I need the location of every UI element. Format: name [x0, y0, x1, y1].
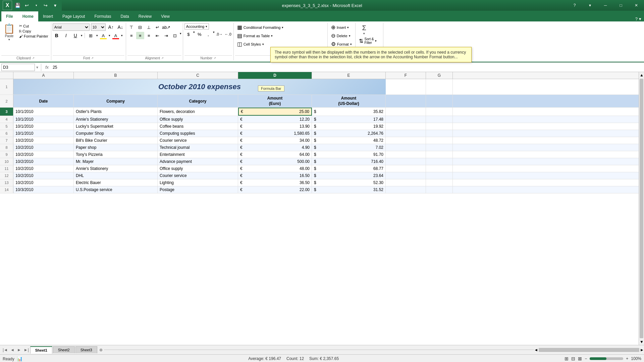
cell-5D[interactable]: € 13.90 [238, 123, 312, 130]
cell-10D[interactable]: € 500.00 [238, 158, 312, 165]
orientation-btn[interactable]: ab↗ [162, 23, 170, 31]
delete-dropdown[interactable]: ▾ [349, 34, 351, 38]
cell-6E[interactable]: $ 2,264.76 [312, 130, 386, 137]
cell-3E[interactable]: $ 35.82 [312, 108, 386, 116]
number-format-dropdown[interactable]: ▾ [206, 25, 207, 28]
col-header-D[interactable]: D [238, 72, 312, 79]
fat-dropdown[interactable]: ▾ [271, 34, 273, 38]
alignment-expand-icon[interactable]: ↗ [161, 57, 164, 60]
fill-color-btn[interactable]: A [99, 32, 107, 39]
name-box-dropdown[interactable]: ▾ [36, 65, 38, 70]
sheet-nav-last[interactable]: ►| [22, 348, 30, 352]
h-scroll-right[interactable]: ► [640, 348, 644, 352]
cell-7E[interactable]: $ 48.72 [312, 137, 386, 144]
delete-cells-btn[interactable]: ⊖ Delete ▾ [329, 32, 353, 40]
cell-11A[interactable]: 10/2/2010 [13, 165, 74, 172]
percent-btn[interactable]: % [196, 31, 204, 38]
format-dropdown[interactable]: ▾ [350, 43, 352, 46]
tab-home[interactable]: Home [18, 11, 38, 21]
cell-6D[interactable]: € 1,580.65 [238, 130, 312, 137]
cell-10F[interactable] [386, 158, 426, 165]
tab-insert[interactable]: Insert [38, 11, 58, 21]
cell-10E[interactable]: $ 716.40 [312, 158, 386, 165]
zoom-out-btn[interactable]: − [585, 356, 587, 361]
minimize-btn[interactable]: ─ [598, 0, 613, 11]
cell-12D[interactable]: € 16.50 [238, 172, 312, 179]
save-quick-btn[interactable]: 💾 [13, 1, 21, 9]
cell-7F[interactable] [386, 137, 426, 144]
cf-dropdown[interactable]: ▾ [282, 26, 283, 29]
title-cell[interactable]: October 2010 expenses [13, 79, 386, 95]
cell-10B[interactable]: Mr. Mayer [74, 158, 158, 165]
border-btn[interactable]: ⊞ [87, 32, 95, 39]
cell-5E[interactable]: $ 19.92 [312, 123, 386, 130]
cell-8E[interactable]: $ 7.02 [312, 144, 386, 151]
insert-cells-btn[interactable]: ⊕ Insert ▾ [329, 23, 351, 31]
col-header-B[interactable]: B [74, 72, 158, 79]
cell-5B[interactable]: Lucky's Supermarket [74, 123, 158, 130]
tab-formulas[interactable]: Formulas [90, 11, 116, 21]
cell-4G[interactable] [426, 116, 453, 123]
decrease-indent-btn[interactable]: ⇤ [154, 32, 162, 39]
cell-1G[interactable] [426, 79, 453, 95]
col-header-G[interactable]: G [426, 72, 453, 79]
tab-data[interactable]: Data [116, 11, 133, 21]
merge-btn[interactable]: ⊡ [171, 32, 179, 39]
increase-indent-btn[interactable]: ⇥ [162, 32, 170, 39]
cell-10G[interactable] [426, 158, 453, 165]
increase-font-btn[interactable]: A↑ [107, 23, 115, 31]
bold-btn[interactable]: B [53, 32, 61, 39]
header-usd[interactable]: Amount(US-Dollar) [312, 95, 386, 107]
cell-8G[interactable] [426, 144, 453, 151]
underline-btn[interactable]: U [71, 32, 79, 39]
col-header-F[interactable]: F [386, 72, 426, 79]
tab-review[interactable]: Review [134, 11, 156, 21]
cell-12A[interactable]: 10/2/2010 [13, 172, 74, 179]
cell-11F[interactable] [386, 165, 426, 172]
scroll-down-btn[interactable]: ▼ [639, 339, 644, 345]
ribbon-minimize-btn[interactable]: ▾ [582, 0, 598, 11]
cell-11B[interactable]: Annie's Stationery [74, 165, 158, 172]
cell-4D[interactable]: € 12.20 [238, 116, 312, 123]
name-box[interactable] [1, 64, 35, 71]
autosum-btn[interactable]: Σ ▾ [357, 23, 372, 36]
cell-9F[interactable] [386, 151, 426, 158]
font-color-btn[interactable]: A [112, 32, 120, 39]
cell-12G[interactable] [426, 172, 453, 179]
underline-dropdown[interactable]: ▾ [81, 34, 83, 37]
cell-6A[interactable]: 10/1/2010 [13, 130, 74, 137]
align-left-btn[interactable]: ≡ [127, 32, 136, 39]
cell-14B[interactable]: U.S.Postage service [74, 186, 158, 193]
cell-12C[interactable]: Courier service [158, 172, 238, 179]
cell-4E[interactable]: $ 17.48 [312, 116, 386, 123]
cell-7A[interactable]: 10/2/2010 [13, 137, 74, 144]
dec-increase-btn[interactable]: .0→ [215, 31, 223, 38]
cell-11G[interactable] [426, 165, 453, 172]
v-scrollbar[interactable]: ▲ ▼ [639, 72, 644, 345]
cell-7B[interactable]: Bill's Bike Courier [74, 137, 158, 144]
h-scroll-thumb[interactable] [539, 348, 639, 352]
cell-13F[interactable] [386, 179, 426, 186]
tab-page-layout[interactable]: Page Layout [58, 11, 90, 21]
accounting-format-btn[interactable]: $ [184, 31, 193, 38]
cell-8A[interactable]: 10/2/2010 [13, 144, 74, 151]
font-expand-icon[interactable]: ↗ [91, 57, 94, 60]
close-btn[interactable]: ✕ [629, 0, 644, 11]
autosum-dropdown[interactable]: ▾ [363, 32, 365, 35]
merge-dropdown[interactable]: ▾ [180, 32, 181, 39]
cell-1F[interactable] [386, 79, 426, 95]
cell-8B[interactable]: Paper shop [74, 144, 158, 151]
tab-file[interactable]: File [1, 11, 18, 21]
paste-dropdown[interactable]: ▾ [8, 38, 10, 41]
align-middle-btn[interactable]: ⊟ [136, 23, 144, 31]
decrease-font-btn[interactable]: A↓ [116, 23, 124, 31]
login-btn[interactable]: ▾ [639, 16, 641, 21]
col-header-A[interactable]: A [13, 72, 74, 79]
comma-btn[interactable]: , [204, 31, 212, 38]
cut-button[interactable]: ✂ Cut [18, 23, 50, 28]
fill-color-dropdown[interactable]: ▾ [109, 34, 110, 37]
col-header-E[interactable]: E [312, 72, 386, 79]
font-size-select[interactable]: 10 [91, 23, 106, 31]
cell-13B[interactable]: Electric Bauer [74, 179, 158, 186]
page-break-view-btn[interactable]: ⊠ [578, 356, 582, 361]
